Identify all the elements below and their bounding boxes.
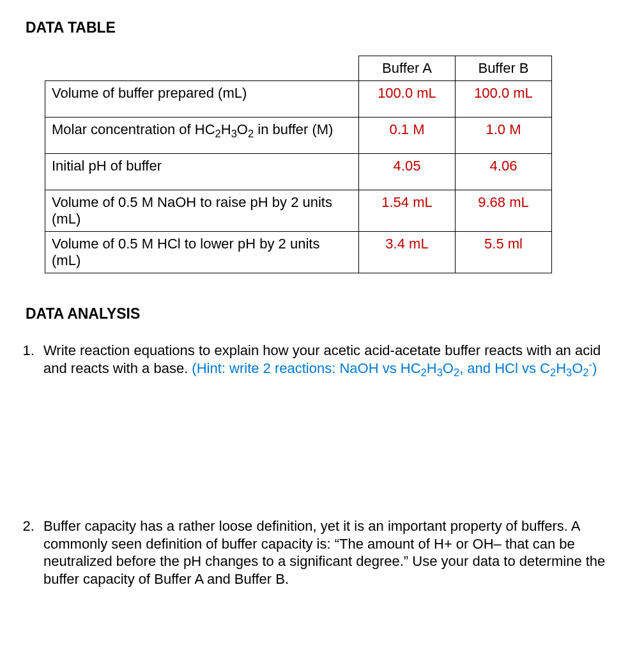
subscript: 2 (215, 128, 221, 139)
row-label: Volume of 0.5 M NaOH to raise pH by 2 un… (45, 190, 359, 232)
data-table: Buffer A Buffer B Volume of buffer prepa… (45, 56, 552, 273)
label-post: in buffer (M) (254, 121, 333, 137)
cell-value: 1.0 M (456, 118, 552, 154)
cell-value: 0.1 M (359, 118, 456, 154)
question-2: Buffer capacity has a rather loose defin… (38, 517, 618, 588)
row-label: Volume of buffer prepared (mL) (45, 81, 359, 118)
subscript: 2 (550, 367, 556, 378)
subscript: 3 (437, 367, 443, 378)
cell-value: 5.5 ml (456, 232, 552, 273)
col-buffer-a: Buffer A (359, 56, 456, 81)
table-row: Volume of 0.5 M HCl to lower pH by 2 uni… (45, 232, 552, 273)
cell-value: 4.05 (359, 154, 456, 190)
q1-hint: (Hint: write 2 reactions: NaOH vs HC2H3O… (192, 360, 597, 376)
question-list: Write reaction equations to explain how … (38, 342, 618, 588)
hint-mid: , and HCl vs C (459, 360, 550, 376)
heading-data-table: DATA TABLE (26, 19, 618, 36)
subscript: 3 (566, 367, 572, 378)
subscript: 3 (231, 128, 237, 139)
cell-value: 100.0 mL (359, 81, 456, 118)
label-pre: Molar concentration of HC (52, 121, 215, 137)
cell-value: 3.4 mL (359, 232, 456, 273)
table-row: Volume of buffer prepared (mL) 100.0 mL … (45, 81, 552, 118)
subscript: 2 (421, 367, 427, 378)
row-label: Volume of 0.5 M HCl to lower pH by 2 uni… (45, 232, 359, 273)
cell-value: 4.06 (456, 154, 552, 190)
subscript: 2 (583, 367, 588, 378)
subscript: 2 (248, 128, 254, 139)
subscript: 2 (454, 367, 459, 378)
cell-value: 100.0 mL (456, 81, 552, 118)
empty-header (45, 56, 359, 81)
table-row: Molar concentration of HC2H3O2 in buffer… (45, 118, 552, 154)
question-1: Write reaction equations to explain how … (38, 342, 618, 377)
hint-post: ) (592, 360, 597, 376)
hint-pre: (Hint: write 2 reactions: NaOH vs HC (192, 360, 420, 376)
heading-data-analysis: DATA ANALYSIS (26, 305, 618, 323)
table-header-row: Buffer A Buffer B (45, 56, 552, 81)
cell-value: 9.68 mL (456, 190, 552, 232)
table-row: Initial pH of buffer 4.05 4.06 (45, 154, 552, 190)
row-label: Molar concentration of HC2H3O2 in buffer… (45, 118, 359, 154)
cell-value: 1.54 mL (359, 190, 456, 232)
table-row: Volume of 0.5 M NaOH to raise pH by 2 un… (45, 190, 552, 232)
row-label: Initial pH of buffer (45, 154, 359, 190)
col-buffer-b: Buffer B (456, 56, 552, 81)
